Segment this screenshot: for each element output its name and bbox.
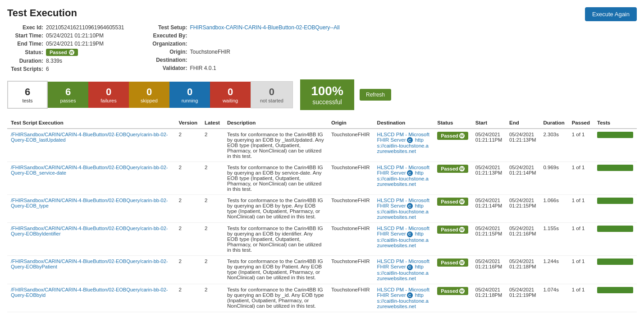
passed-cell: 1 of 1 [568,162,594,195]
col-tests: Tests [594,117,637,129]
duration-cell: 1.244s [539,256,568,284]
end-cell: 05/24/2021 01:21:16PM [506,223,539,256]
stat-passes: 6 passes [48,82,88,108]
waiting-number: 0 [228,86,233,98]
script-link[interactable]: /FHIRSandbox/CARIN/CARIN-4-BlueButton/02… [11,259,172,269]
stat-running: 0 running [169,82,210,108]
script-link[interactable]: /FHIRSandbox/CARIN/CARIN-4-BlueButton/02… [11,226,172,236]
results-table: Test Script Execution Version Latest Des… [7,117,637,312]
w-badge-icon: W [459,227,465,232]
start-cell: 05/24/2021 01:21:18PM [472,284,506,312]
c-icon: C [407,231,413,237]
w-badge-icon: W [459,260,465,265]
duration-cell: 1.074s [539,284,568,312]
status-badge: Passed W [46,49,78,56]
description-cell: Tests for conformance to the Carin4BB IG… [224,129,328,162]
status-cell: PassedW [434,256,472,284]
tests-cell [594,129,637,162]
col-description: Description [224,117,328,129]
description-cell: Tests for conformance to the Carin4BB IG… [224,162,328,195]
passed-cell: 1 of 1 [568,129,594,162]
success-label: successful [312,98,342,106]
duration-cell: 0.969s [539,162,568,195]
col-passed: Passed [568,117,594,129]
latest-cell: 2 [201,223,224,256]
version-cell: 2 [175,129,201,162]
passes-label: passes [60,98,76,103]
passed-badge: PassedW [437,226,468,234]
tests-cell [594,256,637,284]
script-link[interactable]: /FHIRSandbox/CARIN/CARIN-4-BlueButton/02… [11,287,172,298]
execute-again-button[interactable]: Execute Again [585,7,637,21]
origin-value: TouchstoneFHIR [190,49,230,55]
script-link[interactable]: /FHIRSandbox/CARIN/CARIN-4-BlueButton/02… [11,165,172,175]
start-cell: 05/24/2021 01:21:15PM [472,223,506,256]
script-link[interactable]: /FHIRSandbox/CARIN/CARIN-4-BlueButton/02… [11,198,172,208]
test-setup-link[interactable]: FHIRSandbox-CARIN-CARIN-4-BlueButton-02-… [190,24,340,31]
stats-row: 6 tests 6 passes 0 failures 0 skipped 0 … [7,79,637,110]
end-cell: 05/24/2021 01:21:19PM [506,284,539,312]
origin-cell: TouchstoneFHIR [328,256,374,284]
stat-failures: 0 failures [88,82,129,108]
progress-bar [597,226,633,232]
passed-badge: PassedW [437,132,468,140]
tests-cell [594,284,637,312]
status-cell: PassedW [434,129,472,162]
destination-label: Destination: [151,57,187,63]
origin-cell: TouchstoneFHIR [328,129,374,162]
destination-cell: HLSCD PM - Microsoft FHIR ServerC https:… [374,162,434,195]
failures-label: failures [100,98,116,103]
col-end: End [506,117,539,129]
duration-cell: 1.155s [539,223,568,256]
end-cell: 05/24/2021 01:21:13PM [506,129,539,162]
progress-bar [597,259,633,265]
passes-number: 6 [65,86,71,98]
passed-badge: PassedW [437,165,468,173]
stat-not-started: 0 not started [251,81,293,108]
success-pct: 100% [311,84,343,98]
table-row: /FHIRSandbox/CARIN/CARIN-4-BlueButton/02… [7,195,637,223]
status-cell: PassedW [434,284,472,312]
refresh-button[interactable]: Refresh [360,89,391,101]
failures-number: 0 [106,86,111,98]
stat-waiting: 0 waiting [210,82,251,108]
col-latest: Latest [201,117,224,129]
table-header-row: Test Script Execution Version Latest Des… [7,117,637,129]
duration-label: Duration: [7,58,43,64]
col-origin: Origin [328,117,374,129]
latest-cell: 2 [201,256,224,284]
running-label: running [182,98,198,103]
status-cell: PassedW [434,223,472,256]
description-cell: Tests for conformance to the Carin4BB IG… [224,195,328,223]
progress-bar [597,132,633,138]
success-box: 100% successful [300,79,354,110]
test-scripts-value: 6 [46,66,49,72]
skipped-number: 0 [146,86,152,98]
c-icon: C [407,264,413,270]
table-row: /FHIRSandbox/CARIN/CARIN-4-BlueButton/02… [7,256,637,284]
script-link[interactable]: /FHIRSandbox/CARIN/CARIN-4-BlueButton/02… [11,132,172,143]
latest-cell: 2 [201,129,224,162]
duration-cell: 1.066s [539,195,568,223]
status-label: Status: [7,49,43,55]
header-section: Exec Id: 20210524162110961964605531 Star… [7,24,637,72]
passed-badge: PassedW [437,287,468,295]
exec-id-value: 20210524162110961964605531 [46,24,124,31]
tests-cell [594,223,637,256]
passed-cell: 1 of 1 [568,256,594,284]
w-badge-icon: W [459,133,465,139]
start-cell: 05/24/2021 01:21:16PM [472,256,506,284]
col-start: Start [472,117,506,129]
destination-cell: HLSCD PM - Microsoft FHIR ServerC https:… [374,256,434,284]
version-cell: 2 [175,284,201,312]
destination-cell: HLSCD PM - Microsoft FHIR ServerC https:… [374,129,434,162]
progress-bar [597,198,633,204]
passed-cell: 1 of 1 [568,195,594,223]
passed-cell: 1 of 1 [568,223,594,256]
not-started-label: not started [260,98,283,103]
exec-id-label: Exec Id: [7,24,43,31]
page-title: Test Execution [7,7,637,19]
start-time-label: Start Time: [7,32,43,39]
progress-bar [597,165,633,171]
validator-label: Validator: [151,65,187,71]
